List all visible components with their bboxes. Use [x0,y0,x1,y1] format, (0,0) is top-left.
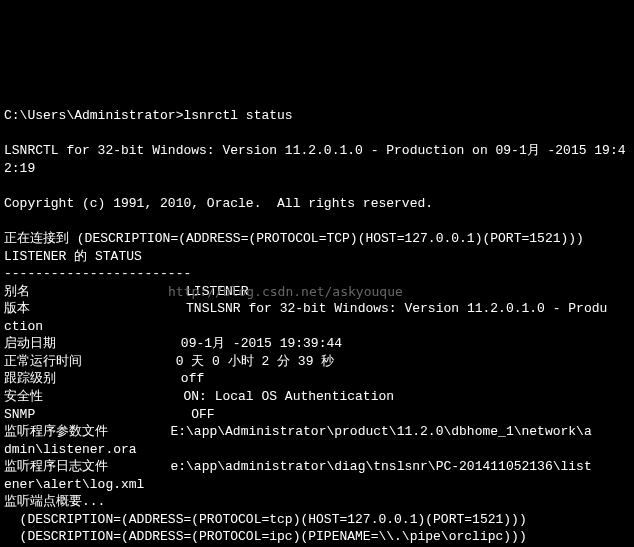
paramfile-wrap: dmin\listener.ora [4,442,137,457]
trace-label: 跟踪级别 [4,371,56,386]
logfile-value: e:\app\administrator\diag\tnslsnr\PC-201… [170,459,591,474]
pad [56,336,181,351]
paramfile-label: 监听程序参数文件 [4,424,108,439]
version-wrap: ction [4,319,43,334]
copyright-line: Copyright (c) 1991, 2010, Oracle. All ri… [4,196,433,211]
pad [30,301,186,316]
banner-line1: LSNRCTL for 32-bit Windows: Version 11.2… [4,143,626,158]
pad [43,389,183,404]
version-value: TNSLSNR for 32-bit Windows: Version 11.2… [186,301,607,316]
pad [108,459,170,474]
pad [30,284,186,299]
banner-line2: 2:19 [4,161,35,176]
snmp-label: SNMP [4,407,35,422]
logfile-wrap: ener\alert\log.xml [4,477,144,492]
pad [56,371,181,386]
alias-label: 别名 [4,284,30,299]
endpoint-line: (DESCRIPTION=(ADDRESS=(PROTOCOL=ipc)(PIP… [4,529,527,544]
pad [108,424,170,439]
connect-line: 正在连接到 (DESCRIPTION=(ADDRESS=(PROTOCOL=TC… [4,231,584,246]
trace-value: off [181,371,204,386]
endpoint-line: (DESCRIPTION=(ADDRESS=(PROTOCOL=tcp)(HOS… [4,512,527,527]
startdate-label: 启动日期 [4,336,56,351]
startdate-value: 09-1月 -2015 19:39:44 [181,336,342,351]
paramfile-value: E:\app\Administrator\product\11.2.0\dbho… [170,424,591,439]
uptime-label: 正常运行时间 [4,354,82,369]
version-label: 版本 [4,301,30,316]
endpoints-header: 监听端点概要... [4,494,105,509]
prompt: C:\Users\Administrator> [4,108,183,123]
logfile-label: 监听程序日志文件 [4,459,108,474]
alias-value: LISTENER [186,284,248,299]
terminal-output: C:\Users\Administrator>lsnrctl status LS… [0,88,634,547]
pad [82,354,176,369]
security-label: 安全性 [4,389,43,404]
pad [35,407,191,422]
uptime-value: 0 天 0 小时 2 分 39 秒 [176,354,335,369]
divider: ------------------------ [4,266,191,281]
status-header: LISTENER 的 STATUS [4,249,142,264]
command-text: lsnrctl status [183,108,292,123]
security-value: ON: Local OS Authentication [183,389,394,404]
snmp-value: OFF [191,407,214,422]
